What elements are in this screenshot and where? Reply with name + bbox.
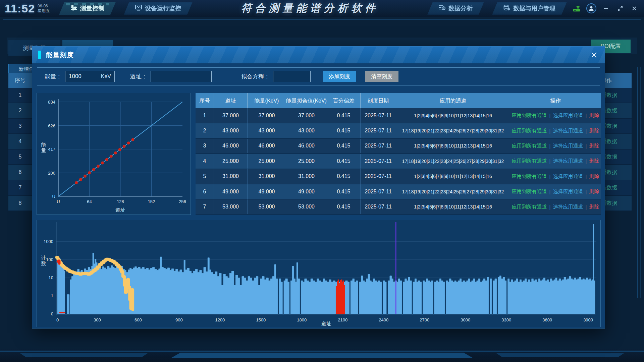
- fit-equation-input[interactable]: [277, 73, 307, 80]
- energy-unit: KeV: [101, 73, 111, 79]
- maximize-button[interactable]: [616, 4, 625, 13]
- separator: |: [586, 128, 587, 134]
- svg-text:2700: 2700: [420, 317, 429, 322]
- database-gear-icon: [503, 5, 510, 12]
- cell: 53.000: [286, 199, 327, 214]
- nav-device-monitor[interactable]: 设备运行监控: [124, 2, 193, 15]
- calibration-row: 649.00049.00049.0000.4152025-07-1117|18|…: [196, 184, 601, 199]
- apply-all-channels-link[interactable]: 应用到所有通道: [512, 143, 547, 149]
- fit-equation-label: 拟合方程：: [241, 73, 270, 80]
- choose-channels-link[interactable]: 选择应用通道: [553, 143, 583, 149]
- svg-text:1000: 1000: [44, 239, 53, 244]
- cell: 0.415: [327, 154, 361, 168]
- cell: 0.415: [327, 199, 361, 214]
- cell: 2025-07-11: [361, 169, 396, 184]
- delete-link[interactable]: 删除: [589, 173, 599, 180]
- svg-text:1: 1: [51, 293, 53, 298]
- cell: 53.000: [214, 199, 248, 214]
- apply-all-channels-link[interactable]: 应用到所有通道: [512, 188, 547, 195]
- cell: 49.000: [248, 184, 286, 199]
- main-panel: 测量数据 新增任务 ROI配置 序号 操作 1查看数据2查看数据3查看数据4查看…: [0, 17, 644, 349]
- modal-close-icon[interactable]: [590, 51, 598, 59]
- cell: 49.000: [286, 184, 327, 199]
- calibration-form: 能量： KeV 道址： 拟合方程： 添加刻度 清空刻度: [37, 67, 600, 85]
- delete-link[interactable]: 删除: [589, 128, 599, 134]
- apply-all-channels-link[interactable]: 应用到所有通道: [512, 112, 547, 119]
- svg-text:U: U: [52, 194, 55, 199]
- nav-measure-control[interactable]: 测量控制: [59, 2, 116, 15]
- row-index: 1: [8, 92, 32, 98]
- calibration-row: 531.00031.00031.0000.4152025-07-111|2|3|…: [196, 169, 601, 184]
- cell: 25.000: [214, 154, 248, 168]
- network-status-icon[interactable]: [572, 4, 581, 13]
- applied-channels-cell: 17|18|19|20|21|22|23|24|25|26|27|28|29|3…: [396, 154, 510, 168]
- choose-channels-link[interactable]: 选择应用通道: [553, 112, 583, 119]
- cell: 0.415: [327, 169, 361, 184]
- choose-channels-link[interactable]: 选择应用通道: [553, 158, 583, 164]
- delete-link[interactable]: 删除: [589, 158, 599, 164]
- delete-link[interactable]: 删除: [589, 204, 599, 210]
- cell: 46.000: [248, 139, 286, 153]
- column-header: 百分偏差: [327, 93, 361, 108]
- time: 11:52: [5, 2, 35, 15]
- spectrum-chart[interactable]: 0300600900120015001800210024002700300033…: [37, 220, 600, 327]
- channel-addr-inputbox: [151, 71, 212, 82]
- svg-text:计数: 计数: [41, 255, 46, 266]
- apply-all-channels-link[interactable]: 应用到所有通道: [512, 173, 547, 180]
- svg-text:600: 600: [135, 317, 142, 322]
- delete-link[interactable]: 删除: [589, 188, 599, 195]
- svg-text:2100: 2100: [338, 317, 347, 322]
- modal-title: 能量刻度: [46, 51, 74, 59]
- cell: 25.000: [286, 154, 327, 168]
- choose-channels-link[interactable]: 选择应用通道: [553, 173, 583, 180]
- delete-link[interactable]: 删除: [589, 112, 599, 119]
- calibration-row: 137.00037.00037.0000.4152025-07-111|2|3|…: [196, 108, 601, 123]
- separator: |: [586, 113, 587, 118]
- modal-header: 能量刻度: [32, 47, 605, 63]
- channel-addr-label: 道址：: [130, 73, 147, 80]
- cell: 43.000: [248, 123, 286, 138]
- cell: 46.000: [214, 139, 248, 153]
- row-index: 5: [8, 154, 32, 160]
- actions-cell: 应用到所有通道|选择应用通道|删除: [510, 139, 601, 153]
- clear-calibration-button[interactable]: 清空刻度: [365, 71, 398, 82]
- choose-channels-link[interactable]: 选择应用通道: [553, 128, 583, 134]
- minimize-button[interactable]: [602, 4, 610, 13]
- separator: |: [549, 174, 551, 179]
- cell: 43.000: [214, 123, 248, 138]
- svg-text:2400: 2400: [379, 317, 388, 322]
- user-avatar[interactable]: [586, 3, 596, 13]
- separator: |: [549, 128, 551, 134]
- right-edge-decor: [637, 67, 641, 298]
- add-calibration-button[interactable]: 添加刻度: [323, 71, 356, 82]
- close-app-button[interactable]: [630, 4, 639, 13]
- delete-link[interactable]: 删除: [589, 143, 599, 149]
- choose-channels-link[interactable]: 选择应用通道: [553, 188, 583, 195]
- svg-text:U: U: [57, 199, 60, 204]
- energy-input[interactable]: [69, 73, 99, 80]
- channel-addr-input[interactable]: [154, 73, 208, 80]
- footer-decor: [0, 349, 644, 362]
- cell: 0.415: [327, 139, 361, 153]
- applied-channels-cell: 1|2|3|4|5|6|7|8|9|10|11|12|13|14|15|16: [396, 108, 510, 123]
- choose-channels-link[interactable]: 选择应用通道: [553, 204, 583, 210]
- clock: 11:52 06-06 星期五: [5, 2, 55, 15]
- apply-all-channels-link[interactable]: 应用到所有通道: [512, 204, 547, 210]
- svg-text:道址: 道址: [321, 321, 331, 326]
- column-header: 应用的通道: [396, 93, 510, 108]
- nav-data-user-admin[interactable]: 数据与用户管理: [492, 2, 567, 15]
- cell: 2025-07-11: [361, 154, 396, 168]
- separator: |: [586, 143, 587, 149]
- apply-all-channels-link[interactable]: 应用到所有通道: [512, 128, 547, 134]
- svg-text:128: 128: [117, 199, 124, 204]
- apply-all-channels-link[interactable]: 应用到所有通道: [512, 158, 547, 164]
- column-header: 能量拟合值(KeV): [286, 93, 327, 108]
- calibration-table-header: 序号道址能量(KeV)能量拟合值(KeV)百分偏差刻度日期应用的通道操作: [196, 93, 601, 108]
- cell: 0.415: [327, 123, 361, 138]
- cell: 31.000: [248, 169, 286, 184]
- nav-data-analysis[interactable]: 数据分析: [427, 2, 484, 15]
- svg-text:626: 626: [48, 123, 55, 128]
- cell: 5: [196, 169, 214, 184]
- separator: |: [586, 189, 587, 194]
- svg-text:64: 64: [87, 199, 92, 204]
